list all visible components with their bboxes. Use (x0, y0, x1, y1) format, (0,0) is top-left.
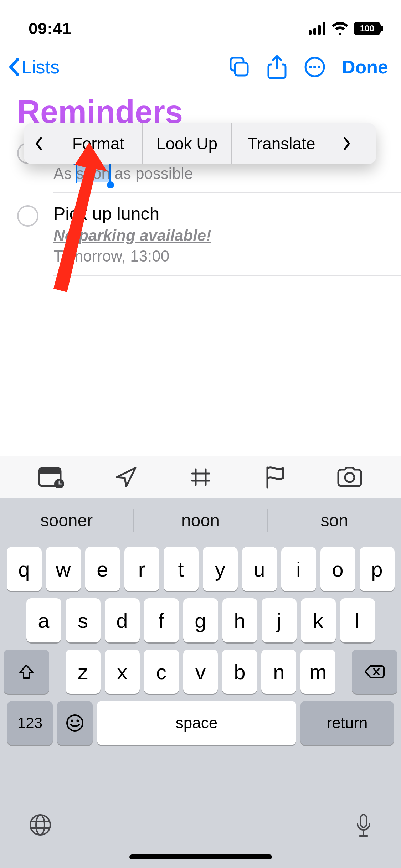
svg-point-9 (318, 66, 320, 68)
svg-rect-1 (313, 28, 316, 35)
back-button[interactable]: Lists (9, 56, 60, 78)
key-row-4: 123 space return (4, 701, 397, 745)
svg-point-14 (345, 473, 354, 482)
dictation-icon[interactable] (355, 813, 372, 840)
copy-icon[interactable] (221, 55, 257, 79)
svg-rect-2 (318, 25, 321, 35)
svg-rect-12 (39, 468, 61, 474)
key-space[interactable]: space (97, 701, 296, 745)
calendar-icon[interactable] (30, 463, 73, 491)
reminder-title[interactable]: Pick up lunch (53, 203, 211, 224)
svg-rect-3 (323, 22, 325, 35)
status-bar: 09:41 100 (0, 0, 401, 45)
key-123[interactable]: 123 (7, 701, 53, 745)
reminder-note[interactable]: As soon as possible (53, 165, 193, 182)
key-j[interactable]: j (262, 598, 297, 642)
svg-point-8 (313, 66, 316, 68)
suggestion[interactable]: son (268, 511, 401, 530)
svg-point-7 (309, 66, 312, 68)
wifi-icon (331, 22, 349, 35)
svg-rect-0 (309, 30, 312, 35)
key-x[interactable]: x (105, 650, 140, 694)
key-w[interactable]: w (46, 547, 81, 591)
keyboard: sooner noon son q w e r t y u i o p a s (0, 498, 401, 868)
key-backspace[interactable] (352, 650, 397, 694)
key-y[interactable]: y (203, 547, 238, 591)
key-n[interactable]: n (261, 650, 296, 694)
key-l[interactable]: l (340, 598, 375, 642)
location-icon[interactable] (105, 463, 148, 491)
key-u[interactable]: u (242, 547, 277, 591)
svg-point-15 (67, 715, 83, 731)
key-return[interactable]: return (300, 701, 394, 745)
menu-lookup-button[interactable]: Look Up (143, 123, 232, 164)
key-e[interactable]: e (85, 547, 120, 591)
flag-icon[interactable] (254, 463, 297, 491)
reminder-due: Tomorrow, 13:00 (53, 247, 211, 265)
key-i[interactable]: i (281, 547, 316, 591)
back-label: Lists (21, 56, 60, 78)
battery-icon: 100 (354, 22, 383, 35)
suggestion[interactable]: sooner (0, 511, 133, 530)
key-emoji[interactable] (57, 701, 93, 745)
home-indicator[interactable] (129, 854, 272, 859)
key-b[interactable]: b (222, 650, 257, 694)
svg-point-16 (71, 720, 73, 722)
reminder-quick-toolbar (0, 456, 401, 498)
share-icon[interactable] (259, 55, 295, 79)
key-g[interactable]: g (183, 598, 218, 642)
nav-bar: Lists Done (0, 45, 401, 83)
key-row-3: z x c v b n m (4, 650, 397, 694)
svg-point-19 (36, 815, 45, 835)
complete-toggle[interactable] (17, 205, 38, 227)
svg-point-18 (30, 815, 50, 835)
reminder-row[interactable]: Pick up lunch No parking available! Tomo… (17, 193, 401, 275)
selected-text[interactable]: soon (76, 165, 110, 182)
more-icon[interactable] (297, 55, 333, 79)
key-h[interactable]: h (222, 598, 257, 642)
key-m[interactable]: m (300, 650, 335, 694)
globe-icon[interactable] (29, 813, 52, 837)
key-v[interactable]: v (183, 650, 218, 694)
key-a[interactable]: a (26, 598, 61, 642)
key-q[interactable]: q (7, 547, 42, 591)
signal-icon (309, 22, 327, 35)
svg-point-17 (77, 720, 79, 722)
menu-translate-button[interactable]: Translate (232, 123, 331, 164)
text-context-menu: Format Look Up Translate (24, 123, 376, 164)
key-row-1: q w e r t y u i o p (4, 547, 397, 591)
status-time: 09:41 (29, 19, 71, 38)
key-s[interactable]: s (66, 598, 101, 642)
menu-prev-icon[interactable] (24, 123, 54, 164)
key-d[interactable]: d (105, 598, 140, 642)
menu-format-button[interactable]: Format (54, 123, 143, 164)
key-z[interactable]: z (66, 650, 101, 694)
suggestion-bar: sooner noon son (0, 498, 401, 543)
svg-rect-20 (361, 815, 366, 827)
tag-icon[interactable] (179, 463, 222, 491)
key-o[interactable]: o (320, 547, 355, 591)
menu-next-icon[interactable] (331, 123, 362, 164)
key-f[interactable]: f (144, 598, 179, 642)
svg-rect-5 (235, 63, 248, 76)
key-shift[interactable] (4, 650, 49, 694)
done-button[interactable]: Done (335, 56, 388, 78)
key-r[interactable]: r (124, 547, 159, 591)
key-row-2: a s d f g h j k l (4, 598, 397, 642)
camera-icon[interactable] (328, 463, 371, 491)
key-k[interactable]: k (301, 598, 336, 642)
reminder-note[interactable]: No parking available! (53, 227, 211, 244)
key-t[interactable]: t (164, 547, 199, 591)
suggestion[interactable]: noon (134, 511, 267, 530)
key-p[interactable]: p (360, 547, 395, 591)
key-c[interactable]: c (144, 650, 179, 694)
